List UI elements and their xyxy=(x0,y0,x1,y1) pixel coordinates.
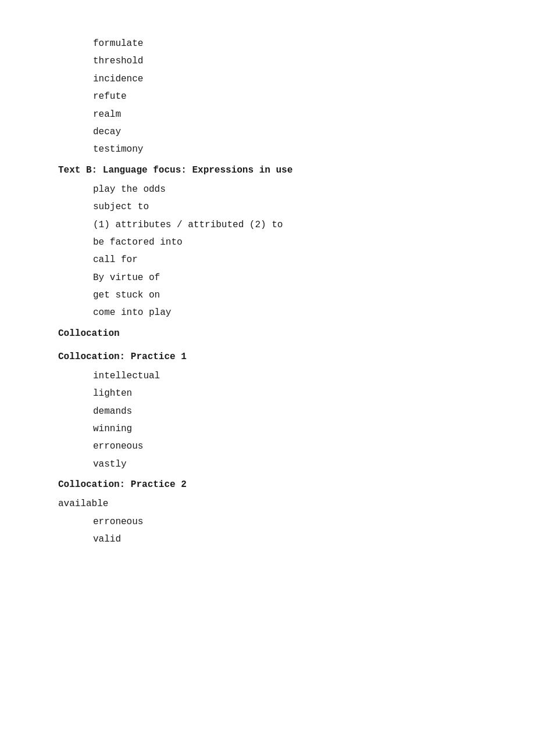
list-item: come into play xyxy=(93,304,477,321)
list-item: threshold xyxy=(93,52,477,70)
collocation-header: Collocation xyxy=(58,324,477,343)
list-item: erroneous xyxy=(93,438,477,455)
expressions-list: play the odds subject to (1) attributes … xyxy=(58,181,477,322)
main-content: formulate threshold incidence refute rea… xyxy=(47,35,488,548)
collocation-practice2-header: Collocation: Practice 2 xyxy=(58,475,477,494)
list-item: incidence xyxy=(93,70,477,88)
text-b-header: Text B: Language focus: Expressions in u… xyxy=(58,161,477,180)
list-item: winning xyxy=(93,420,477,438)
list-item: valid xyxy=(93,531,477,548)
list-item: (1) attributes / attributed (2) to xyxy=(93,216,477,234)
list-item: be factored into xyxy=(93,234,477,251)
collocation-practice1-header: Collocation: Practice 1 xyxy=(58,347,477,366)
list-item: erroneous xyxy=(93,513,477,531)
list-item: lighten xyxy=(93,385,477,402)
list-item: vastly xyxy=(93,456,477,473)
list-item: realm xyxy=(93,106,477,123)
vocabulary-list: formulate threshold incidence refute rea… xyxy=(58,35,477,159)
list-item: get stuck on xyxy=(93,286,477,304)
list-item: decay xyxy=(93,123,477,141)
list-item: By virtue of xyxy=(93,269,477,286)
collocation-practice1-list: intellectual lighten demands winning err… xyxy=(58,367,477,473)
list-item: available xyxy=(58,495,477,513)
list-item: subject to xyxy=(93,198,477,216)
list-item: call for xyxy=(93,251,477,268)
list-item: refute xyxy=(93,88,477,105)
list-item: demands xyxy=(93,403,477,420)
collocation-practice2-list: erroneous valid xyxy=(58,513,477,549)
list-item: formulate xyxy=(93,35,477,52)
list-item: play the odds xyxy=(93,181,477,198)
list-item: intellectual xyxy=(93,367,477,385)
list-item: testimony xyxy=(93,141,477,158)
